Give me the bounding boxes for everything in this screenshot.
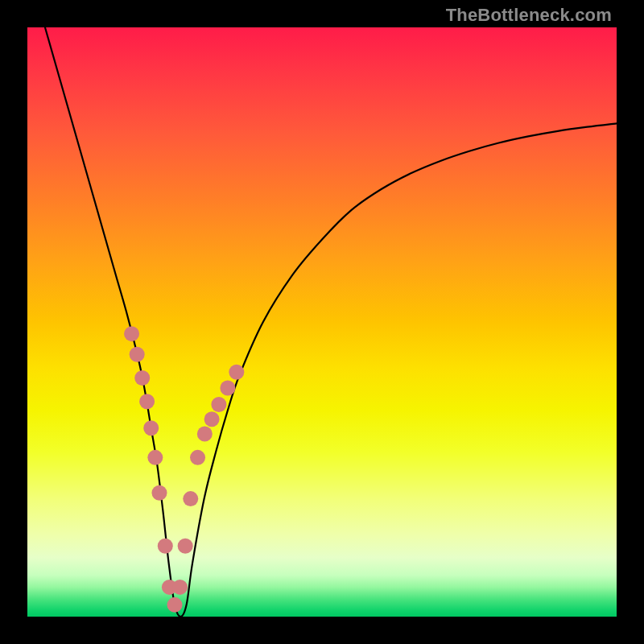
data-marker — [139, 394, 155, 409]
data-marker — [143, 420, 159, 436]
data-marker — [172, 580, 188, 595]
data-marker — [158, 539, 173, 554]
chart-frame: TheBottleneck.com — [0, 0, 644, 644]
data-marker — [190, 450, 205, 465]
watermark-text: TheBottleneck.com — [446, 5, 612, 26]
data-marker — [124, 326, 139, 341]
data-marker — [167, 597, 183, 613]
data-marker — [151, 485, 167, 501]
data-marker — [130, 347, 145, 362]
data-marker — [229, 365, 244, 380]
data-marker — [147, 450, 163, 465]
bottleneck-curve — [45, 27, 617, 617]
data-marker — [183, 491, 198, 506]
data-marker — [204, 411, 220, 427]
data-marker — [220, 380, 235, 395]
data-marker — [211, 397, 226, 412]
plot-area — [27, 27, 617, 617]
data-marker — [134, 370, 150, 386]
curve-svg — [27, 27, 617, 617]
data-marker — [197, 427, 213, 442]
marker-group — [124, 326, 244, 613]
data-marker — [178, 539, 193, 554]
